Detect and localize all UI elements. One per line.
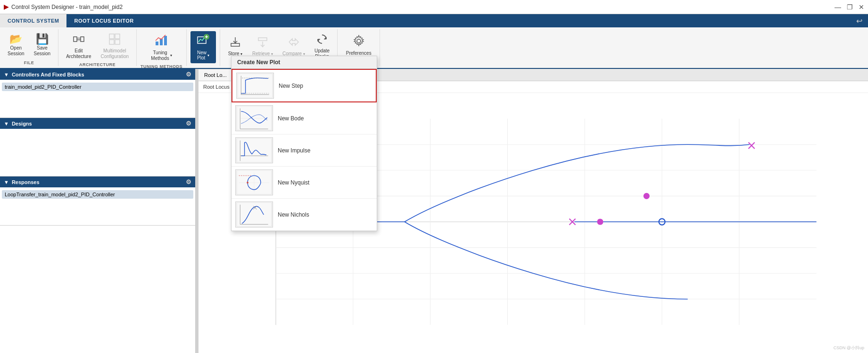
save-session-button[interactable]: 💾 SaveSession — [30, 32, 55, 59]
controllers-header: ▼ Controllers And Fixed Blocks ⚙ — [0, 69, 195, 80]
controllers-title: Controllers And Fixed Blocks — [12, 72, 186, 77]
svg-rect-6 — [109, 40, 114, 44]
designs-header: ▼ Designs ⚙ — [0, 118, 195, 129]
controllers-section: ▼ Controllers And Fixed Blocks ⚙ train_m… — [0, 69, 195, 118]
svg-rect-8 — [156, 42, 158, 45]
matlab-logo: ▶ — [4, 3, 8, 10]
designs-title: Designs — [12, 121, 186, 126]
retrieve-button[interactable]: Retrieve ▾ — [248, 34, 277, 59]
svg-rect-16 — [258, 38, 267, 41]
ribbon-group-tuning: TuningMethods ▾ TUNING METHODS — [137, 29, 187, 66]
svg-point-17 — [357, 39, 361, 43]
new-nyquist-label: New Nyquist — [278, 179, 309, 186]
designs-section: ▼ Designs ⚙ — [0, 118, 195, 176]
new-plot-button[interactable]: NewPlot ▾ — [190, 31, 216, 63]
multimodel-config-button[interactable]: MultimodelConfiguration — [97, 31, 132, 61]
left-panel: ▼ Controllers And Fixed Blocks ⚙ train_m… — [0, 69, 196, 353]
responses-title: Responses — [12, 179, 186, 185]
new-nichols-item[interactable]: New Nichols — [231, 199, 377, 231]
responses-section: ▼ Responses ⚙ LoopTransfer_train_model_p… — [0, 176, 195, 226]
svg-rect-7 — [115, 40, 120, 44]
maximize-button[interactable]: ❐ — [847, 3, 853, 11]
tab-control-system[interactable]: CONTROL SYSTEM — [0, 14, 66, 27]
tab-root-locus-label: Root Lo... — [204, 72, 227, 78]
ribbon-group-architecture: EditArchitecture MultimodelConfiguration… — [58, 29, 137, 66]
create-new-plot-dropdown: Create New Plot New Step — [231, 56, 377, 231]
designs-settings-icon[interactable]: ⚙ — [186, 120, 191, 127]
controllers-content: train_model_pid2_PID_Controller — [0, 80, 195, 118]
new-nyquist-thumb — [235, 169, 273, 195]
dropdown-header: Create New Plot — [231, 56, 377, 69]
responses-content: LoopTransfer_train_model_pid2_PID_Contro… — [0, 187, 195, 225]
ribbon-group-file: 📂 OpenSession 💾 SaveSession FILE — [0, 29, 58, 66]
file-group-label: FILE — [24, 59, 34, 66]
main-layout: ▼ Controllers And Fixed Blocks ⚙ train_m… — [0, 69, 868, 353]
tuning-methods-button[interactable]: TuningMethods ▾ — [147, 31, 175, 63]
architecture-group-label: ARCHITECTURE — [79, 61, 116, 68]
tab-root-locus[interactable]: Root Lo... — [198, 69, 233, 81]
preferences-button[interactable]: Preferences — [342, 33, 375, 58]
svg-rect-1 — [81, 37, 84, 42]
multimodel-config-icon — [108, 33, 121, 47]
ribbon: 📂 OpenSession 💾 SaveSession FILE — [0, 27, 868, 69]
new-nichols-label: New Nichols — [278, 211, 309, 218]
new-impulse-item[interactable]: New Impulse — [231, 134, 377, 167]
new-nichols-thumb — [235, 202, 273, 227]
compare-icon — [288, 36, 300, 50]
store-icon — [229, 36, 241, 50]
save-session-icon: 💾 — [36, 34, 49, 44]
new-step-item[interactable]: New Step — [231, 69, 377, 102]
ribbon-group-new-plot: NewPlot ▾ — [187, 29, 220, 66]
responses-settings-icon[interactable]: ⚙ — [186, 178, 191, 185]
designs-content — [0, 129, 195, 176]
compare-button[interactable]: Compare ▾ — [279, 34, 309, 59]
tab-bar: CONTROL SYSTEM ROOT LOCUS EDITOR ↩ — [0, 14, 868, 27]
minimize-button[interactable]: — — [835, 3, 841, 11]
new-bode-item[interactable]: New Bode — [231, 102, 377, 134]
tab-root-locus-editor[interactable]: ROOT LOCUS EDITOR — [66, 14, 141, 27]
tuning-methods-icon — [154, 33, 168, 49]
close-button[interactable]: ✕ — [859, 3, 864, 11]
edit-architecture-button[interactable]: EditArchitecture — [62, 31, 95, 61]
new-step-thumb — [236, 73, 274, 99]
edit-architecture-icon — [73, 33, 85, 47]
svg-rect-41 — [238, 74, 273, 98]
open-session-icon: 📂 — [9, 34, 22, 44]
new-impulse-thumb — [235, 137, 273, 163]
svg-point-39 — [644, 193, 650, 199]
preferences-icon — [352, 34, 365, 50]
svg-rect-5 — [115, 34, 120, 39]
svg-rect-4 — [109, 34, 114, 39]
responses-header: ▼ Responses ⚙ — [0, 176, 195, 187]
responses-arrow[interactable]: ▼ — [4, 179, 9, 185]
new-bode-thumb — [235, 105, 273, 131]
list-item[interactable]: train_model_pid2_PID_Controller — [2, 83, 193, 91]
new-step-label: New Step — [279, 83, 303, 89]
new-impulse-label: New Impulse — [278, 147, 310, 154]
new-plot-icon — [197, 34, 209, 49]
svg-point-40 — [597, 219, 603, 225]
svg-rect-58 — [237, 202, 272, 227]
designs-arrow[interactable]: ▼ — [4, 121, 9, 126]
undo-button[interactable]: ↩ — [851, 14, 868, 27]
svg-rect-10 — [164, 36, 167, 45]
watermark: CSDN @小抖up — [834, 345, 864, 351]
store-button[interactable]: Store ▾ — [224, 34, 247, 59]
svg-rect-50 — [237, 138, 272, 162]
title-bar: ▶ Control System Designer - train_model_… — [0, 0, 868, 14]
controllers-settings-icon[interactable]: ⚙ — [186, 71, 191, 78]
tuning-methods-group-label: TUNING METHODS — [141, 63, 182, 70]
svg-rect-15 — [231, 43, 240, 46]
new-nyquist-item[interactable]: New Nyquist — [231, 167, 377, 199]
new-bode-label: New Bode — [278, 115, 304, 122]
controllers-arrow[interactable]: ▼ — [4, 72, 9, 77]
window-title: Control System Designer - train_model_pi… — [11, 4, 123, 10]
svg-rect-0 — [74, 37, 77, 42]
list-item[interactable]: LoopTransfer_train_model_pid2_PID_Contro… — [2, 190, 193, 199]
update-blocks-icon — [316, 33, 328, 47]
svg-point-56 — [247, 182, 248, 184]
open-session-button[interactable]: 📂 OpenSession — [4, 32, 28, 59]
svg-rect-9 — [160, 39, 163, 45]
retrieve-icon — [256, 36, 269, 50]
